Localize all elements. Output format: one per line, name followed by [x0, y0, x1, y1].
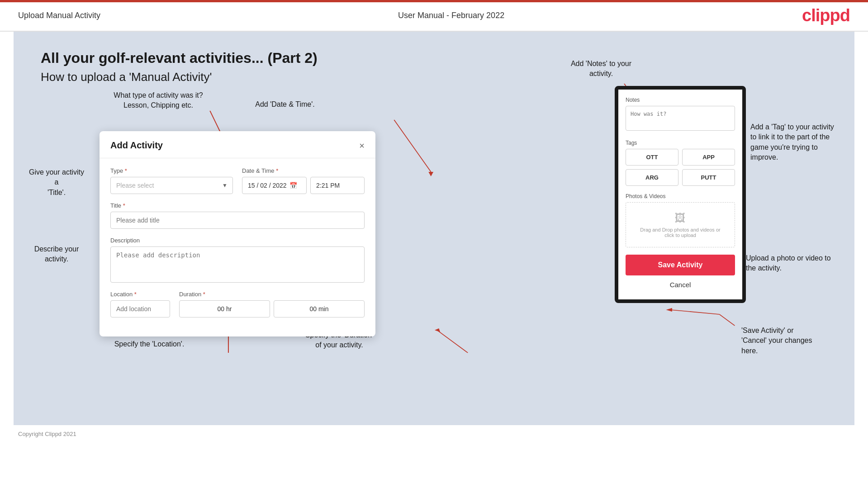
- date-input[interactable]: 15 / 02 / 2022 📅: [242, 177, 307, 194]
- photos-section: Photos & Videos 🖼 Drag and Drop photos a…: [626, 193, 735, 247]
- annotation-upload: Upload a photo or video to the activity.: [746, 253, 836, 274]
- document-subtitle: User Manual - February 2022: [398, 11, 504, 20]
- annotation-tag: Add a 'Tag' to your activity to link it …: [750, 122, 841, 163]
- svg-line-2: [394, 120, 431, 172]
- main-heading: All your golf-relevant activities... (Pa…: [41, 50, 827, 66]
- photos-label: Photos & Videos: [626, 193, 735, 199]
- tag-putt[interactable]: PUTT: [682, 169, 735, 186]
- save-activity-button[interactable]: Save Activity: [626, 255, 735, 275]
- title-label: Title *: [110, 202, 365, 209]
- title-group: Title *: [110, 202, 365, 229]
- annotation-date-time: Add 'Date & Time'.: [249, 99, 321, 109]
- duration-inputs: [179, 300, 365, 317]
- duration-group: Duration *: [179, 291, 365, 317]
- photos-drop-text: Drag and Drop photos and videos or click…: [635, 227, 726, 238]
- datetime-label: Date & Time *: [242, 167, 365, 174]
- location-group: Location *: [110, 291, 170, 317]
- annotation-location: Specify the 'Location'.: [113, 339, 185, 349]
- annotation-title: Give your activity a'Title'.: [27, 167, 86, 198]
- tags-label: Tags: [626, 140, 735, 146]
- duration-hr-input[interactable]: [179, 300, 270, 317]
- main-subheading: How to upload a 'Manual Activity': [41, 70, 827, 84]
- svg-line-17: [670, 310, 720, 314]
- type-select[interactable]: Please select: [110, 177, 233, 194]
- duration-min-input[interactable]: [274, 300, 365, 317]
- cancel-link[interactable]: Cancel: [626, 281, 735, 292]
- time-input[interactable]: [310, 177, 365, 194]
- tag-ott[interactable]: OTT: [626, 149, 678, 166]
- description-label: Description: [110, 237, 365, 244]
- annotation-describe: Describe youractivity.: [27, 244, 86, 265]
- modal-header: Add Activity ×: [100, 131, 375, 158]
- add-activity-modal: Add Activity × Type * Please select ▼: [100, 131, 375, 336]
- description-group: Description: [110, 237, 365, 283]
- tags-section: Tags OTT APP ARG PUTT: [626, 140, 735, 186]
- close-button[interactable]: ×: [359, 141, 365, 150]
- duration-label: Duration *: [179, 291, 365, 298]
- page-title: Upload Manual Activity: [18, 11, 100, 20]
- tag-arg[interactable]: ARG: [626, 169, 678, 186]
- modal-title: Add Activity: [110, 140, 163, 151]
- logo: clippd: [802, 6, 850, 25]
- annotation-save: 'Save Activity' or'Cancel' your changesh…: [741, 326, 841, 356]
- location-duration-row: Location * Duration *: [110, 291, 365, 317]
- phone-panel: Notes Tags OTT APP ARG PUTT Photos & Vid…: [615, 86, 746, 303]
- datetime-group: Date & Time * 15 / 02 / 2022 📅: [242, 167, 365, 194]
- type-group: Type * Please select ▼: [110, 167, 233, 194]
- logo-text: clippd: [802, 6, 850, 25]
- type-datetime-row: Type * Please select ▼ Date & Time *: [110, 167, 365, 194]
- type-label: Type *: [110, 167, 233, 174]
- date-value: 15 / 02 / 2022: [248, 182, 287, 189]
- description-row: Description: [110, 237, 365, 283]
- notes-label: Notes: [626, 97, 735, 103]
- image-icon: 🖼: [635, 212, 726, 224]
- annotation-what-type: What type of activity was it?Lesson, Chi…: [113, 90, 204, 111]
- phone-content: Notes Tags OTT APP ARG PUTT Photos & Vid…: [618, 90, 742, 299]
- svg-marker-18: [666, 308, 672, 312]
- calendar-icon: 📅: [289, 182, 297, 189]
- top-bar: Upload Manual Activity User Manual - Feb…: [0, 0, 868, 32]
- main-content: All your golf-relevant activities... (Pa…: [14, 32, 854, 425]
- date-time-inputs: 15 / 02 / 2022 📅: [242, 177, 365, 194]
- photos-drop-zone[interactable]: 🖼 Drag and Drop photos and videos or cli…: [626, 202, 735, 247]
- copyright-text: Copyright Clippd 2021: [18, 431, 76, 437]
- svg-marker-3: [428, 172, 433, 176]
- type-select-wrapper: Please select ▼: [110, 177, 233, 194]
- location-label: Location *: [110, 291, 170, 298]
- modal-body: Type * Please select ▼ Date & Time *: [100, 158, 375, 336]
- location-input[interactable]: [110, 300, 170, 317]
- title-row: Title *: [110, 202, 365, 229]
- annotation-notes: Add 'Notes' to youractivity.: [565, 59, 637, 79]
- svg-marker-11: [435, 328, 440, 332]
- description-textarea[interactable]: [110, 246, 365, 283]
- tags-grid: OTT APP ARG PUTT: [626, 149, 735, 186]
- svg-line-10: [437, 330, 468, 353]
- title-input[interactable]: [110, 212, 365, 229]
- tag-app[interactable]: APP: [682, 149, 735, 166]
- svg-line-16: [719, 314, 735, 326]
- notes-textarea[interactable]: [626, 106, 735, 131]
- footer: Copyright Clippd 2021: [0, 425, 868, 443]
